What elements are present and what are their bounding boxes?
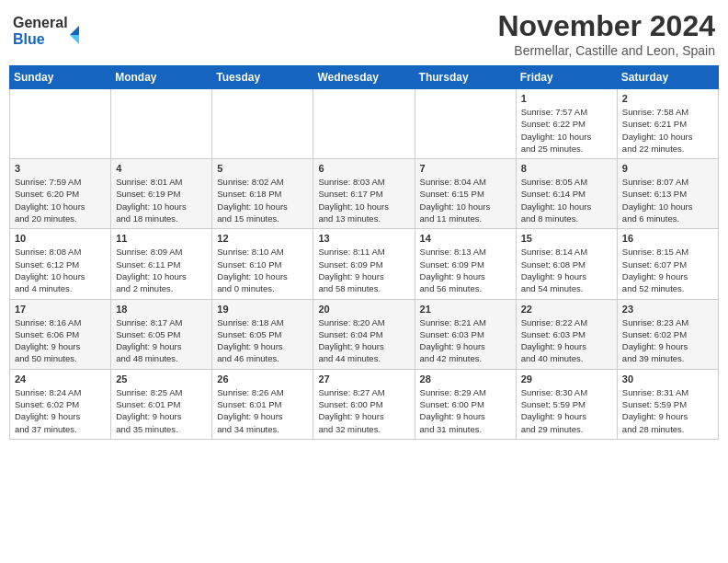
- day-number: 3: [15, 163, 106, 174]
- calendar-day: 15Sunrise: 8:14 AM Sunset: 6:08 PM Dayli…: [516, 229, 617, 299]
- day-info: Sunrise: 8:30 AM Sunset: 5:59 PM Dayligh…: [521, 386, 612, 435]
- calendar-day: 9Sunrise: 8:07 AM Sunset: 6:13 PM Daylig…: [617, 159, 718, 229]
- title-block: November 2024 Bermellar, Castille and Le…: [497, 9, 715, 58]
- location-subtitle: Bermellar, Castille and Leon, Spain: [497, 43, 715, 58]
- svg-marker-2: [70, 26, 79, 35]
- weekday-header-wednesday: Wednesday: [313, 66, 415, 89]
- day-number: 16: [622, 233, 713, 244]
- day-number: 22: [521, 304, 612, 315]
- weekday-header-monday: Monday: [111, 66, 212, 89]
- day-info: Sunrise: 8:11 AM Sunset: 6:09 PM Dayligh…: [318, 246, 409, 294]
- calendar-day: 2Sunrise: 7:58 AM Sunset: 6:21 PM Daylig…: [617, 89, 718, 159]
- day-info: Sunrise: 8:14 AM Sunset: 6:08 PM Dayligh…: [521, 246, 612, 294]
- day-info: Sunrise: 8:01 AM Sunset: 6:19 PM Dayligh…: [116, 176, 207, 224]
- day-info: Sunrise: 8:22 AM Sunset: 6:03 PM Dayligh…: [521, 316, 612, 365]
- day-number: 17: [15, 304, 106, 315]
- calendar-week-4: 17Sunrise: 8:16 AM Sunset: 6:06 PM Dayli…: [10, 299, 719, 369]
- day-info: Sunrise: 8:07 AM Sunset: 6:13 PM Dayligh…: [622, 176, 713, 224]
- calendar-day: 12Sunrise: 8:10 AM Sunset: 6:10 PM Dayli…: [212, 229, 313, 299]
- weekday-header-sunday: Sunday: [10, 66, 111, 89]
- day-number: 8: [521, 163, 612, 174]
- day-info: Sunrise: 7:59 AM Sunset: 6:20 PM Dayligh…: [15, 176, 106, 224]
- calendar-day: 4Sunrise: 8:01 AM Sunset: 6:19 PM Daylig…: [111, 159, 212, 229]
- day-number: 2: [622, 93, 713, 104]
- calendar-week-5: 24Sunrise: 8:24 AM Sunset: 6:02 PM Dayli…: [10, 369, 719, 439]
- day-number: 18: [116, 304, 207, 315]
- day-number: 1: [521, 93, 612, 104]
- calendar-day: 22Sunrise: 8:22 AM Sunset: 6:03 PM Dayli…: [516, 299, 617, 369]
- calendar-day: 16Sunrise: 8:15 AM Sunset: 6:07 PM Dayli…: [617, 229, 718, 299]
- weekday-header-saturday: Saturday: [617, 66, 718, 89]
- day-info: Sunrise: 8:27 AM Sunset: 6:00 PM Dayligh…: [318, 386, 409, 435]
- day-number: 5: [217, 163, 308, 174]
- calendar-day: 29Sunrise: 8:30 AM Sunset: 5:59 PM Dayli…: [516, 369, 617, 439]
- calendar-day: [111, 89, 212, 159]
- logo-svg: General Blue: [13, 9, 86, 50]
- day-number: 21: [420, 304, 511, 315]
- calendar-day: 8Sunrise: 8:05 AM Sunset: 6:14 PM Daylig…: [516, 159, 617, 229]
- calendar-day: 7Sunrise: 8:04 AM Sunset: 6:15 PM Daylig…: [415, 159, 516, 229]
- calendar-day: 11Sunrise: 8:09 AM Sunset: 6:11 PM Dayli…: [111, 229, 212, 299]
- calendar-day: 10Sunrise: 8:08 AM Sunset: 6:12 PM Dayli…: [10, 229, 111, 299]
- day-info: Sunrise: 7:57 AM Sunset: 6:22 PM Dayligh…: [521, 106, 612, 155]
- day-info: Sunrise: 8:29 AM Sunset: 6:00 PM Dayligh…: [420, 386, 511, 435]
- day-number: 11: [116, 233, 207, 244]
- day-info: Sunrise: 8:25 AM Sunset: 6:01 PM Dayligh…: [116, 386, 207, 435]
- day-info: Sunrise: 8:05 AM Sunset: 6:14 PM Dayligh…: [521, 176, 612, 224]
- calendar-day: 28Sunrise: 8:29 AM Sunset: 6:00 PM Dayli…: [415, 369, 516, 439]
- day-number: 19: [217, 304, 308, 315]
- weekday-header-row: SundayMondayTuesdayWednesdayThursdayFrid…: [10, 66, 719, 89]
- calendar-week-1: 1Sunrise: 7:57 AM Sunset: 6:22 PM Daylig…: [10, 89, 719, 159]
- calendar-day: 17Sunrise: 8:16 AM Sunset: 6:06 PM Dayli…: [10, 299, 111, 369]
- day-info: Sunrise: 8:09 AM Sunset: 6:11 PM Dayligh…: [116, 246, 207, 294]
- calendar-day: 25Sunrise: 8:25 AM Sunset: 6:01 PM Dayli…: [111, 369, 212, 439]
- calendar-day: [415, 89, 516, 159]
- day-info: Sunrise: 8:16 AM Sunset: 6:06 PM Dayligh…: [15, 316, 106, 365]
- day-number: 20: [318, 304, 409, 315]
- day-number: 10: [15, 233, 106, 244]
- day-info: Sunrise: 7:58 AM Sunset: 6:21 PM Dayligh…: [622, 106, 713, 155]
- day-number: 4: [116, 163, 207, 174]
- day-number: 25: [116, 373, 207, 385]
- page-header: General Blue November 2024 Bermellar, Ca…: [9, 9, 719, 58]
- day-info: Sunrise: 8:31 AM Sunset: 5:59 PM Dayligh…: [622, 386, 713, 435]
- day-info: Sunrise: 8:21 AM Sunset: 6:03 PM Dayligh…: [420, 316, 511, 365]
- day-number: 9: [622, 163, 713, 174]
- day-number: 30: [622, 373, 713, 385]
- day-info: Sunrise: 8:04 AM Sunset: 6:15 PM Dayligh…: [420, 176, 511, 224]
- calendar-week-2: 3Sunrise: 7:59 AM Sunset: 6:20 PM Daylig…: [10, 159, 719, 229]
- day-info: Sunrise: 8:03 AM Sunset: 6:17 PM Dayligh…: [318, 176, 409, 224]
- day-info: Sunrise: 8:08 AM Sunset: 6:12 PM Dayligh…: [15, 246, 106, 294]
- day-info: Sunrise: 8:23 AM Sunset: 6:02 PM Dayligh…: [622, 316, 713, 365]
- calendar-day: 13Sunrise: 8:11 AM Sunset: 6:09 PM Dayli…: [313, 229, 415, 299]
- calendar-day: [10, 89, 111, 159]
- calendar-day: 30Sunrise: 8:31 AM Sunset: 5:59 PM Dayli…: [617, 369, 718, 439]
- day-number: 13: [318, 233, 409, 244]
- calendar-day: [313, 89, 415, 159]
- calendar-day: 23Sunrise: 8:23 AM Sunset: 6:02 PM Dayli…: [617, 299, 718, 369]
- calendar-day: 14Sunrise: 8:13 AM Sunset: 6:09 PM Dayli…: [415, 229, 516, 299]
- day-number: 14: [420, 233, 511, 244]
- day-number: 24: [15, 373, 106, 385]
- svg-text:Blue: Blue: [13, 31, 45, 47]
- day-info: Sunrise: 8:26 AM Sunset: 6:01 PM Dayligh…: [217, 386, 308, 435]
- day-number: 12: [217, 233, 308, 244]
- day-number: 23: [622, 304, 713, 315]
- day-info: Sunrise: 8:24 AM Sunset: 6:02 PM Dayligh…: [15, 386, 106, 435]
- day-info: Sunrise: 8:17 AM Sunset: 6:05 PM Dayligh…: [116, 316, 207, 365]
- day-number: 27: [318, 373, 409, 385]
- month-title: November 2024: [497, 9, 715, 43]
- svg-marker-3: [70, 35, 79, 44]
- calendar-day: 3Sunrise: 7:59 AM Sunset: 6:20 PM Daylig…: [10, 159, 111, 229]
- day-number: 29: [521, 373, 612, 385]
- calendar-day: 6Sunrise: 8:03 AM Sunset: 6:17 PM Daylig…: [313, 159, 415, 229]
- calendar-day: 1Sunrise: 7:57 AM Sunset: 6:22 PM Daylig…: [516, 89, 617, 159]
- calendar-week-3: 10Sunrise: 8:08 AM Sunset: 6:12 PM Dayli…: [10, 229, 719, 299]
- calendar-day: 27Sunrise: 8:27 AM Sunset: 6:00 PM Dayli…: [313, 369, 415, 439]
- calendar-table: SundayMondayTuesdayWednesdayThursdayFrid…: [9, 65, 719, 440]
- day-info: Sunrise: 8:02 AM Sunset: 6:18 PM Dayligh…: [217, 176, 308, 224]
- weekday-header-thursday: Thursday: [415, 66, 516, 89]
- day-number: 28: [420, 373, 511, 385]
- day-info: Sunrise: 8:15 AM Sunset: 6:07 PM Dayligh…: [622, 246, 713, 294]
- calendar-day: 21Sunrise: 8:21 AM Sunset: 6:03 PM Dayli…: [415, 299, 516, 369]
